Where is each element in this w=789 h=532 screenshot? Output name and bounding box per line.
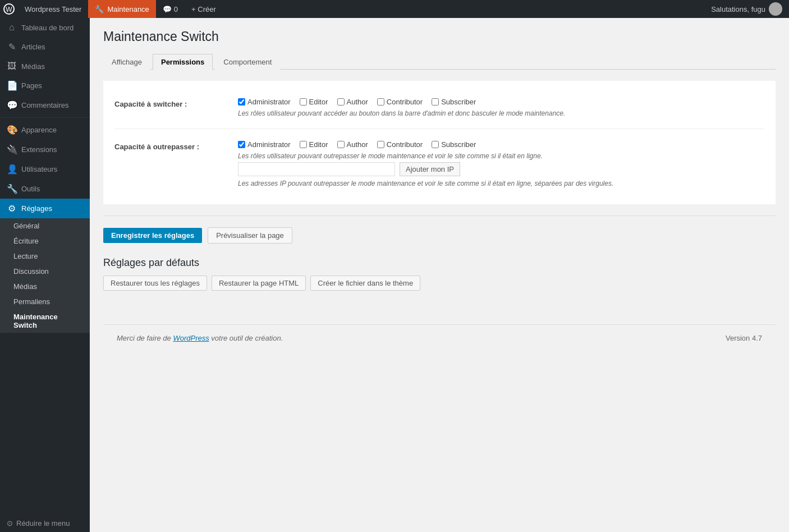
create-theme-file-button[interactable]: Créer le fichier dans le thème	[310, 276, 420, 291]
permissions-form: Capacité à switcher : Administrator Edit…	[103, 81, 776, 204]
utilisateurs-icon: 👤	[7, 164, 17, 175]
tabs: Affichage Permissions Comportement	[103, 53, 776, 70]
medias-icon: 🖼	[7, 61, 17, 71]
switcher-editor-checkbox[interactable]	[300, 98, 307, 106]
pages-icon: 📄	[7, 80, 17, 91]
preview-button[interactable]: Prévisualiser la page	[208, 227, 292, 244]
sidebar-item-apparence[interactable]: 🎨 Apparence	[0, 120, 90, 140]
comments-menu[interactable]: 💬 0	[156, 5, 185, 13]
reglages-icon: ⚙	[7, 203, 17, 214]
submenu-permaliens[interactable]: Permaliens	[0, 294, 90, 309]
switcher-author-checkbox[interactable]	[337, 98, 345, 106]
footer: Merci de faire de WordPress votre outil …	[103, 324, 776, 351]
action-row: Enregistrer les réglages Prévisualiser l…	[103, 227, 776, 244]
ip-input[interactable]	[238, 162, 395, 176]
defaults-title: Réglages par défauts	[103, 257, 776, 269]
defaults-section: Réglages par défauts Restaurer tous les …	[103, 257, 776, 291]
apparence-icon: 🎨	[7, 125, 17, 135]
submenu-lecture[interactable]: Lecture	[0, 249, 90, 264]
ip-help: Les adresses IP pouvant outrepasser le m…	[238, 180, 764, 187]
bypass-editor-checkbox[interactable]	[300, 141, 307, 148]
switcher-field: Administrator Editor Author Contrib	[238, 98, 764, 117]
sidebar-item-outils[interactable]: 🔧 Outils	[0, 179, 90, 199]
sidebar-item-dashboard[interactable]: ⌂ Tableau de bord	[0, 18, 90, 37]
defaults-buttons: Restaurer tous les réglages Restaurer la…	[103, 276, 776, 291]
sidebar-item-articles[interactable]: ✎ Articles	[0, 37, 90, 57]
bypass-subscriber-checkbox[interactable]	[432, 141, 439, 148]
sidebar-item-pages[interactable]: 📄 Pages	[0, 76, 90, 95]
svg-text:W: W	[6, 6, 12, 13]
articles-icon: ✎	[7, 42, 17, 52]
switcher-row: Capacité à switcher : Administrator Edit…	[114, 86, 764, 129]
comments-icon: 💬	[163, 5, 172, 13]
switcher-contributor[interactable]: Contributor	[377, 98, 423, 106]
sidebar-item-utilisateurs[interactable]: 👤 Utilisateurs	[0, 159, 90, 179]
switcher-help: Les rôles utilisateur pouvant accéder au…	[238, 109, 764, 117]
bypass-admin-checkbox[interactable]	[238, 141, 245, 148]
top-bar: W Wordpress Tester 🔧 Maintenance 💬 0 + C…	[0, 0, 789, 18]
site-name[interactable]: Wordpress Tester	[18, 5, 88, 13]
footer-text: Merci de faire de WordPress votre outil …	[117, 334, 283, 342]
restore-all-button[interactable]: Restaurer tous les réglages	[103, 276, 207, 291]
avatar	[769, 2, 782, 16]
bypass-author[interactable]: Author	[337, 140, 368, 149]
sidebar: ⌂ Tableau de bord ✎ Articles 🖼 Médias 📄 …	[0, 18, 90, 532]
switcher-checkboxes: Administrator Editor Author Contrib	[238, 98, 764, 106]
bypass-label: Capacité à outrepasser :	[114, 140, 238, 151]
reduce-menu-button[interactable]: ⊙ Réduire le menu	[0, 515, 90, 532]
bypass-row: Capacité à outrepasser : Administrator E…	[114, 129, 764, 199]
submenu-ecriture[interactable]: Écriture	[0, 233, 90, 249]
bypass-subscriber[interactable]: Subscriber	[432, 140, 476, 149]
switcher-author[interactable]: Author	[337, 98, 368, 106]
sidebar-item-medias[interactable]: 🖼 Médias	[0, 57, 90, 76]
version-text: Version 4.7	[726, 334, 762, 342]
switcher-subscriber[interactable]: Subscriber	[432, 98, 476, 106]
switcher-editor[interactable]: Editor	[300, 98, 328, 106]
extensions-icon: 🔌	[7, 144, 17, 155]
dashboard-icon: ⌂	[7, 22, 17, 33]
maintenance-icon: 🔧	[95, 5, 104, 13]
sidebar-item-reglages[interactable]: ⚙ Réglages	[0, 199, 90, 218]
add-ip-button[interactable]: Ajouter mon IP	[400, 162, 460, 176]
page-title: Maintenance Switch	[103, 29, 776, 44]
bypass-author-checkbox[interactable]	[337, 141, 345, 148]
section-divider	[103, 215, 776, 216]
bypass-field: Administrator Editor Author Contrib	[238, 140, 764, 187]
bypass-help: Les rôles utilisateur pouvant outrepasse…	[238, 152, 764, 160]
tab-affichage[interactable]: Affichage	[103, 54, 150, 70]
submenu-general[interactable]: Général	[0, 218, 90, 233]
bypass-contributor[interactable]: Contributor	[377, 140, 423, 149]
outils-icon: 🔧	[7, 184, 17, 194]
commentaires-icon: 💬	[7, 100, 17, 111]
main-content: Maintenance Switch Affichage Permissions…	[90, 18, 789, 532]
tab-comportement[interactable]: Comportement	[215, 54, 280, 70]
switcher-subscriber-checkbox[interactable]	[432, 98, 439, 106]
wordpress-link[interactable]: WordPress	[173, 334, 209, 342]
switcher-admin-checkbox[interactable]	[238, 98, 245, 106]
ip-row: Ajouter mon IP	[238, 162, 764, 176]
create-menu[interactable]: + Créer	[185, 5, 223, 13]
submenu-medias[interactable]: Médias	[0, 279, 90, 294]
bypass-contributor-checkbox[interactable]	[377, 141, 384, 148]
reglages-submenu: Général Écriture Lecture Discussion Médi…	[0, 218, 90, 333]
submenu-discussion[interactable]: Discussion	[0, 264, 90, 279]
bypass-editor[interactable]: Editor	[300, 140, 328, 149]
submenu-maintenance-switch[interactable]: Maintenance Switch	[0, 309, 90, 333]
tab-permissions[interactable]: Permissions	[153, 54, 213, 70]
switcher-label: Capacité à switcher :	[114, 98, 238, 108]
switcher-contributor-checkbox[interactable]	[377, 98, 384, 106]
reduce-menu-icon: ⊙	[7, 519, 13, 528]
switcher-administrator[interactable]: Administrator	[238, 98, 291, 106]
maintenance-menu[interactable]: 🔧 Maintenance	[88, 0, 155, 18]
save-button[interactable]: Enregistrer les réglages	[103, 228, 202, 243]
greeting: Salutations, fugu	[704, 2, 789, 16]
bypass-administrator[interactable]: Administrator	[238, 140, 291, 149]
wp-logo: W	[0, 0, 18, 18]
restore-html-button[interactable]: Restaurer la page HTML	[212, 276, 306, 291]
bypass-checkboxes: Administrator Editor Author Contrib	[238, 140, 764, 149]
sidebar-item-extensions[interactable]: 🔌 Extensions	[0, 140, 90, 159]
sidebar-item-commentaires[interactable]: 💬 Commentaires	[0, 95, 90, 115]
